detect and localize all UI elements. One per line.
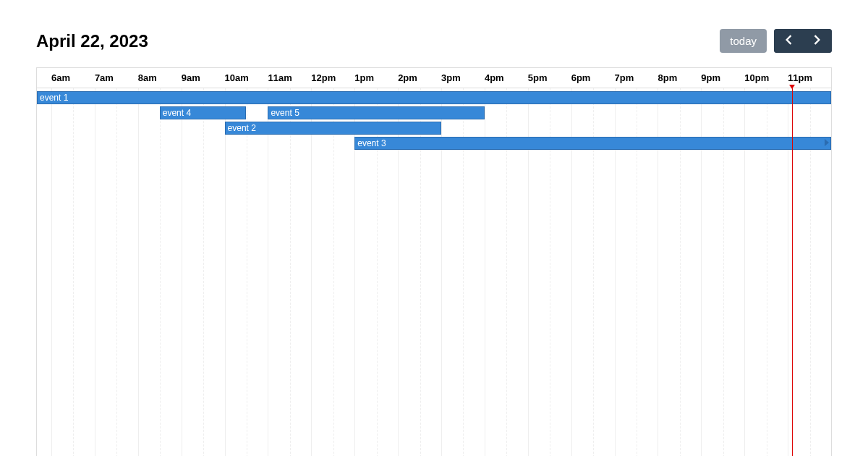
event-title: event 1: [40, 93, 68, 103]
timeline-event[interactable]: event 4: [160, 106, 247, 119]
time-slot: 3pm: [441, 68, 485, 88]
time-slot: 4pm: [485, 68, 528, 88]
calendar-header: April 22, 2023 today: [36, 29, 832, 53]
time-slot: 6pm: [571, 68, 615, 88]
time-slot: 10pm: [744, 68, 788, 88]
timeline-event[interactable]: event 5: [268, 106, 484, 119]
time-slot: 8am: [138, 68, 182, 88]
today-button[interactable]: today: [720, 29, 767, 53]
time-slot: 6am: [51, 68, 95, 88]
timeline-body[interactable]: event 1event 4event 5event 2event 3: [37, 88, 831, 456]
time-slot: 10am: [225, 68, 268, 88]
event-title: event 5: [271, 108, 299, 118]
nav-button-group: [774, 29, 832, 53]
continues-right-icon: [825, 139, 829, 146]
time-slot: 7pm: [615, 68, 658, 88]
timeline-event[interactable]: event 3: [354, 137, 831, 150]
grid-column: [268, 88, 311, 456]
header-controls: today: [720, 29, 832, 53]
time-slot: 12pm: [311, 68, 354, 88]
event-title: event 4: [163, 108, 191, 118]
time-slot: 5pm: [528, 68, 571, 88]
grid-column: [95, 88, 138, 456]
grid-column: [311, 88, 354, 456]
time-slot: 1pm: [354, 68, 398, 88]
timeline-event[interactable]: event 2: [225, 122, 441, 135]
chevron-right-icon: [813, 35, 822, 47]
time-axis-header: 6am7am8am9am10am11am12pm1pm2pm3pm4pm5pm6…: [37, 68, 831, 88]
now-indicator: [792, 88, 793, 456]
grid-column: [138, 88, 182, 456]
time-slot: 9am: [182, 68, 225, 88]
time-slot: 9pm: [701, 68, 744, 88]
timeline-event[interactable]: event 1: [37, 91, 831, 104]
prev-button[interactable]: [774, 29, 803, 53]
chevron-left-icon: [784, 35, 793, 47]
timeline-calendar: 6am7am8am9am10am11am12pm1pm2pm3pm4pm5pm6…: [36, 67, 832, 456]
time-slot: 2pm: [398, 68, 441, 88]
event-title: event 3: [357, 138, 386, 148]
time-slot: 8pm: [658, 68, 701, 88]
grid-column: [225, 88, 268, 456]
next-button[interactable]: [803, 29, 832, 53]
time-slot: 11am: [268, 68, 311, 88]
time-slot: 7am: [95, 68, 138, 88]
page-title: April 22, 2023: [36, 31, 148, 51]
event-title: event 2: [228, 123, 256, 133]
grid-column: [182, 88, 225, 456]
grid-column: [51, 88, 95, 456]
